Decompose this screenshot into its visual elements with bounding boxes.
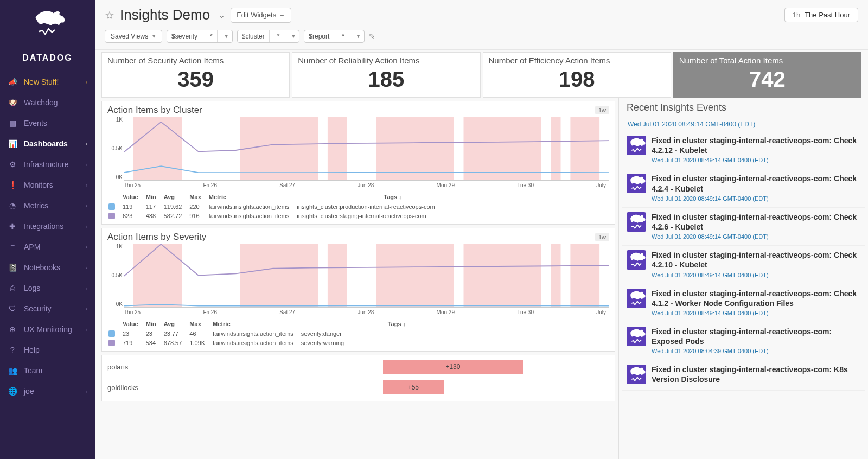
legend-row[interactable]: 119 117 119.62 220 fairwinds.insights.ac… xyxy=(108,202,442,211)
panel-range[interactable]: 1w xyxy=(595,233,609,241)
sidebar-item-team[interactable]: 👥 Team xyxy=(0,360,95,381)
legend-avg: 119.62 xyxy=(164,202,189,211)
sidebar-item-apm[interactable]: ≡ APM › xyxy=(0,237,95,257)
edit-widgets-label: Edit Widgets xyxy=(237,11,276,19)
sidebar-item-label: Notebooks xyxy=(24,263,60,272)
sidebar-item-notebooks[interactable]: 📓 Notebooks › xyxy=(0,257,95,278)
sidebar-item-infrastructure[interactable]: ⚙ Infrastructure › xyxy=(0,154,95,175)
template-var-cluster[interactable]: $cluster*▼ xyxy=(237,30,300,43)
edit-widgets-button[interactable]: Edit Widgets ＋ xyxy=(231,8,291,23)
sidebar-item-security[interactable]: 🛡 Security › xyxy=(0,298,95,319)
brand-logo[interactable]: DATADOG xyxy=(0,0,95,67)
title-dropdown-icon[interactable]: ⌄ xyxy=(219,11,225,20)
kpi-value: 198 xyxy=(489,67,665,92)
sidebar-item-integrations[interactable]: ✚ Integrations › xyxy=(0,216,95,237)
sidebar-item-label: Metrics xyxy=(24,201,48,210)
event-source-icon xyxy=(627,136,646,155)
legend-row[interactable]: 23 23 23.77 46 fairwinds.insights.action… xyxy=(108,329,412,337)
sidebar-item-label: APM xyxy=(24,243,40,251)
legend-avg: 582.72 xyxy=(164,212,189,220)
event-item[interactable]: Fixed in cluster staging-internal-reacti… xyxy=(622,360,865,390)
sidebar-item-monitors[interactable]: ❗ Monitors › xyxy=(0,175,95,195)
event-title: Fixed in cluster staging-internal-reacti… xyxy=(652,136,860,155)
legend-min: 438 xyxy=(146,212,163,220)
legend-row[interactable]: 623 438 582.72 916 fairwinds.insights.ac… xyxy=(108,212,442,220)
sidebar-item-watchdog[interactable]: 🐶 Watchdog xyxy=(0,92,95,113)
sidebar-item-logs[interactable]: ⎙ Logs › xyxy=(0,278,95,298)
kpi-value: 742 xyxy=(679,67,856,92)
content-grid: Action Items by Cluster 1w 1K0.5K0K Thu … xyxy=(95,98,868,459)
legend-avg: 23.77 xyxy=(164,329,189,337)
sidebar-item-label: Monitors xyxy=(24,181,53,189)
panel-range[interactable]: 1w xyxy=(595,106,609,114)
megaphone-icon: 📣 xyxy=(8,77,17,87)
sidebar-item-label: Watchdog xyxy=(24,98,58,107)
kpi-card[interactable]: Number of Reliability Action Items 185 xyxy=(292,52,480,98)
event-item[interactable]: Fixed in cluster staging-internal-reacti… xyxy=(622,322,865,360)
svg-rect-13 xyxy=(570,244,599,307)
legend-min: 534 xyxy=(146,339,163,347)
legend-swatch xyxy=(108,203,115,210)
event-item[interactable]: Fixed in cluster staging-internal-reacti… xyxy=(622,131,865,169)
filter-bar: Saved Views ▼ $severity*▼$cluster*▼$repo… xyxy=(95,25,868,50)
kpi-card[interactable]: Number of Security Action Items 359 xyxy=(101,52,290,98)
chevron-right-icon: › xyxy=(86,285,87,291)
legend-swatch xyxy=(108,330,115,337)
edit-variables-icon[interactable]: ✎ xyxy=(369,32,375,41)
legend-max: 220 xyxy=(189,202,207,211)
legend-swatch xyxy=(108,213,115,219)
sidebar-item-metrics[interactable]: ◔ Metrics › xyxy=(0,195,95,216)
kpi-card[interactable]: Number of Total Action Items 742 xyxy=(673,52,861,98)
y-axis: 1K0.5K0K xyxy=(107,117,123,180)
favorite-star-icon[interactable]: ☆ xyxy=(105,9,114,22)
legend-tags: severity:danger xyxy=(301,329,412,337)
event-time: Wed Jul 01 2020 08:49:14 GMT-0400 (EDT) xyxy=(652,233,860,240)
toplist-label: polaris xyxy=(107,363,156,371)
chart-area[interactable]: 1K0.5K0K xyxy=(124,244,609,308)
datadog-small-icon xyxy=(627,174,646,193)
template-var-report[interactable]: $report*▼ xyxy=(304,30,365,43)
saved-views-dropdown[interactable]: Saved Views ▼ xyxy=(105,30,162,43)
sidebar-item-help[interactable]: ? Help xyxy=(0,340,95,360)
chevron-right-icon: › xyxy=(86,306,87,312)
brand-name: DATADOG xyxy=(7,53,88,63)
event-item[interactable]: Fixed in cluster staging-internal-reacti… xyxy=(622,284,865,322)
sidebar-item-ux-monitoring[interactable]: ⊕ UX Monitoring › xyxy=(0,319,95,340)
datadog-small-icon xyxy=(627,212,646,232)
event-item[interactable]: Fixed in cluster staging-internal-reacti… xyxy=(622,208,865,246)
event-title: Fixed in cluster staging-internal-reacti… xyxy=(652,327,860,346)
toplist-row[interactable]: polaris +130 xyxy=(107,356,609,377)
toplist-panel[interactable]: polaris +130 goldilocks +55 xyxy=(101,355,615,401)
legend-swatch xyxy=(108,340,115,346)
svg-rect-1 xyxy=(240,117,318,180)
toplist-track: +55 xyxy=(156,380,609,394)
kpi-card[interactable]: Number of Efficiency Action Items 198 xyxy=(483,52,671,98)
apm-icon: ≡ xyxy=(8,242,17,252)
chart-panel[interactable]: Action Items by Severity 1w 1K0.5K0K Thu… xyxy=(101,228,615,352)
legend-metric: fairwinds.insights.action_items xyxy=(213,339,300,347)
template-var-severity[interactable]: $severity*▼ xyxy=(167,30,233,43)
legend-tags: severity:warning xyxy=(301,339,412,347)
legend-min: 117 xyxy=(146,202,163,211)
chart-area[interactable]: 1K0.5K0K xyxy=(124,117,609,181)
chart-panel[interactable]: Action Items by Cluster 1w 1K0.5K0K Thu … xyxy=(101,101,615,225)
event-item[interactable]: Fixed in cluster staging-internal-reacti… xyxy=(622,169,865,207)
sidebar-item-dashboards[interactable]: 📊 Dashboards › xyxy=(0,133,95,154)
plus-icon: ＋ xyxy=(278,11,285,19)
datadog-small-icon xyxy=(627,365,646,384)
time-picker[interactable]: 1h The Past Hour xyxy=(784,8,858,22)
legend-value: 623 xyxy=(123,212,145,220)
alert-icon: ❗ xyxy=(8,180,17,190)
legend-row[interactable]: 719 534 678.57 1.09K fairwinds.insights.… xyxy=(108,339,412,347)
event-item[interactable]: Fixed in cluster staging-internal-reacti… xyxy=(622,246,865,284)
legend-metric: fairwinds.insights.action_items xyxy=(209,212,296,220)
caret-down-icon: ▼ xyxy=(151,34,156,39)
sidebar-item-events[interactable]: ▤ Events xyxy=(0,113,95,133)
sidebar-item-joe[interactable]: 🌐 joe › xyxy=(0,381,95,401)
svg-rect-12 xyxy=(551,244,561,307)
toplist-label: goldilocks xyxy=(107,384,156,392)
sidebar-item-new-stuff-[interactable]: 📣 New Stuff! › xyxy=(0,72,95,92)
time-label: The Past Hour xyxy=(805,11,850,19)
toplist-row[interactable]: goldilocks +55 xyxy=(107,377,609,398)
kpi-value: 359 xyxy=(107,67,284,92)
